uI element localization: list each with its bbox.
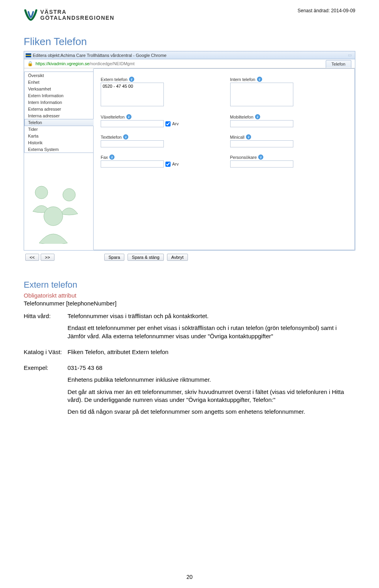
hitta-vard-label: Hitta vård: [24,312,65,320]
avbryt-button[interactable]: Avbryt [167,254,188,261]
hitta-vard-p2: Endast ett telefonnummer per enhet visas… [68,324,355,340]
sidebar-item-telefon[interactable]: Telefon [24,119,94,126]
svg-point-0 [35,186,48,199]
label-intern-telefon: Intern telefon [230,77,255,82]
arv-label: Arv [172,121,179,126]
window-titlebar: Editera objekt:Achima Care Trollhättans … [24,51,355,59]
exempel-p2: Det går att skriva mer än ett telefonnum… [68,388,355,404]
sidebar-item-historik[interactable]: Historik [24,139,93,146]
page-header: VÄSTRA GÖTALANDSREGIONEN Senast ändrad: … [24,8,355,22]
info-icon[interactable]: i [255,114,260,119]
address-host: https://kivadmin.vgregion.se [36,61,89,66]
katalog-val: Fliken Telefon, attributet Extern telefo… [68,348,355,356]
info-icon[interactable]: i [246,134,251,139]
minicall-input[interactable] [230,140,293,147]
lock-icon: 🔒 [27,61,33,66]
info-icon[interactable]: i [258,155,263,160]
svg-point-2 [44,207,63,226]
arv-label: Arv [172,162,179,166]
sidebar-item-extern-information[interactable]: Extern Information [24,92,93,99]
content-panel: Telefon Extern telefon i Intern telefon … [93,68,355,250]
intern-telefon-input[interactable] [230,83,293,106]
info-icon[interactable]: i [126,114,131,119]
doc-heading: Extern telefon [24,279,355,291]
browser-window: Editera objekt:Achima Care Trollhättans … [24,51,355,251]
exempel-number: 031-75 43 68 [68,364,355,372]
texttelefon-input[interactable] [101,140,164,147]
sidebar-item-enhet[interactable]: Enhet [24,79,93,86]
exempel-p1: Enhetens publika telefonnummer inklusive… [68,376,355,384]
address-path: /nordicedge/NEIDMgmt [89,61,134,66]
vaxeltelefon-input[interactable] [101,120,164,127]
sidebar-item-interna-adresser[interactable]: Interna adresser [24,112,93,119]
sidebar-item-tider[interactable]: Tider [24,126,93,133]
info-icon[interactable]: i [129,77,134,82]
org-line2: GÖTALANDSREGIONEN [40,15,114,21]
label-minicall: Minicall [230,135,245,139]
tab-telefon[interactable]: Telefon [326,60,351,68]
hitta-vard-p1: Telefonnummer visas i träfflistan och på… [68,312,355,320]
org-logo: VÄSTRA GÖTALANDSREGIONEN [24,8,114,22]
label-extern-telefon: Extern telefon [101,77,128,82]
sidebar-item-externa-system[interactable]: Externa System [24,146,93,153]
label-mobiltelefon: Mobiltelefon [230,115,253,119]
sidebar-item-karta[interactable]: Karta [24,132,93,139]
mobiltelefon-input[interactable] [230,120,293,127]
katalog-label: Katalog i Väst: [24,348,65,356]
info-icon[interactable]: i [109,155,114,160]
address-bar: 🔒 https://kivadmin.vgregion.se/nordicedg… [24,59,355,68]
label-fax: Fax [101,155,108,160]
svg-point-1 [63,188,75,201]
document-body: Extern telefon Obligatoriskt attribut Te… [24,279,355,420]
org-line1: VÄSTRA [40,9,114,15]
fax-input[interactable] [101,160,164,168]
obligatory-label: Obligatoriskt attribut [24,292,355,300]
label-vaxeltelefon: Växeltelefon [101,115,125,119]
label-texttelefon: Texttelefon [101,135,122,139]
sidebar-item-översikt[interactable]: Översikt [24,72,93,79]
last-modified: Senast ändrad: 2014-09-09 [298,8,355,13]
section-title: Fliken Telefon [24,36,355,48]
fax-arv-checkbox[interactable] [165,162,171,167]
window-title: Editera objekt:Achima Care Trollhättans … [33,53,167,58]
extern-telefon-input[interactable] [101,83,164,106]
sidebar-item-verksamhet[interactable]: Verksamhet [24,85,93,92]
page-number: 20 [0,574,379,580]
attribute-line: Telefonnummer [telephoneNumber] [24,300,355,307]
next-button[interactable]: >> [41,254,54,261]
label-personsokare: Personsökare [230,155,257,160]
exempel-label: Exempel: [24,364,65,372]
exempel-p3: Den tid då någon svarar på det telefonnu… [68,408,355,416]
sidebar: ÖversiktEnhetVerksamhetExtern Informatio… [24,68,93,250]
sidebar-item-intern-information[interactable]: Intern Information [24,99,93,106]
button-bar: << >> Spara Spara & stäng Avbryt [24,251,355,261]
sidebar-item-externa-adresser[interactable]: Externa adresser [24,106,93,113]
vaxeltelefon-arv-checkbox[interactable] [165,121,171,126]
info-icon[interactable]: i [257,77,262,82]
info-icon[interactable]: i [123,134,128,139]
personsokare-input[interactable] [230,160,293,168]
spara-stang-button[interactable]: Spara & stäng [128,254,164,261]
window-controls-placeholder: ▭ [348,53,352,58]
users-illustration-icon [24,181,93,245]
vgr-logo-icon [24,8,38,22]
spara-button[interactable]: Spara [104,254,124,261]
prev-button[interactable]: << [25,254,39,261]
favicon-icon [26,53,31,57]
